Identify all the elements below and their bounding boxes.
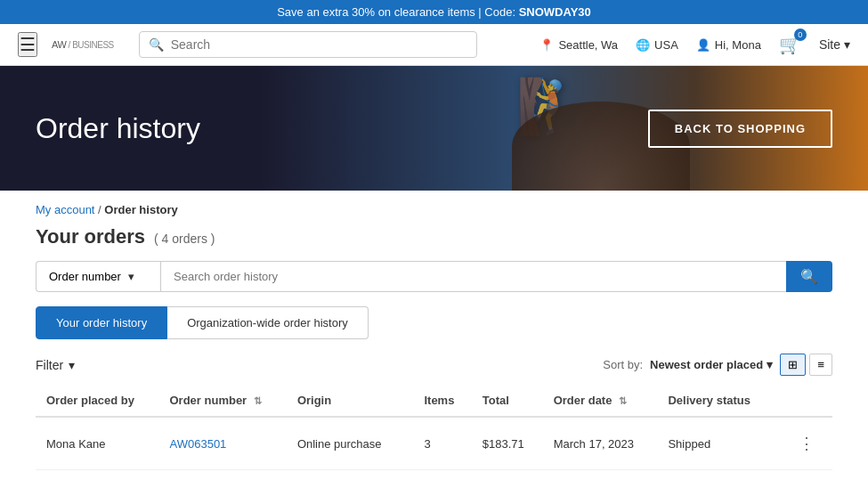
origin-cell: Northwind traders — [287, 470, 414, 489]
breadcrumb: My account / Order history — [0, 191, 868, 216]
grid-view-button[interactable]: ⊞ — [780, 354, 806, 376]
orders-count: ( 4 orders ) — [154, 232, 215, 246]
promo-text: Save an extra 30% on clearance items | C… — [277, 5, 518, 19]
logo-text: AW / BUSINESS — [52, 39, 114, 50]
col-order-date[interactable]: Order date ⇅ — [543, 385, 658, 417]
col-delivery-status: Delivery status — [657, 385, 774, 417]
location-icon: 📍 — [539, 38, 554, 52]
site-selector[interactable]: Site ▾ — [819, 37, 850, 52]
delivery-status-cell: Shipped — [657, 417, 774, 470]
total-cell: $282.09 — [472, 470, 543, 489]
hamburger-menu[interactable]: ☰ — [18, 32, 37, 57]
search-icon: 🔍 — [149, 37, 164, 52]
region-item[interactable]: 🌐 USA — [636, 38, 678, 52]
breadcrumb-my-account[interactable]: My account — [36, 203, 94, 216]
region-label: USA — [654, 38, 678, 52]
col-delivery-status-label: Delivery status — [668, 394, 750, 407]
col-items-label: Items — [424, 394, 454, 407]
sort-arrows-icon: ⇅ — [619, 395, 627, 406]
chevron-down-icon: ▾ — [767, 358, 773, 371]
promo-code: SNOWDAY30 — [519, 5, 591, 19]
promo-banner: Save an extra 30% on clearance items | C… — [0, 0, 868, 24]
orders-header: Your orders ( 4 orders ) — [36, 225, 832, 248]
page-title: Order history — [36, 112, 200, 145]
orders-table: Order placed by Order number ⇅ Origin It… — [36, 385, 832, 488]
items-cell: 7 — [413, 470, 471, 489]
user-label: Hi, Mona — [715, 38, 761, 52]
globe-icon: 🌐 — [636, 38, 650, 52]
breadcrumb-current: Order history — [104, 203, 177, 216]
col-order-number-label: Order number — [170, 394, 247, 407]
back-to-shopping-button[interactable]: BACK TO SHOPPING — [648, 110, 832, 148]
hero-section: Order history 🧗 BACK TO SHOPPING — [0, 66, 868, 191]
tab-organization-order-history[interactable]: Organization-wide order history — [167, 306, 369, 339]
placed-by-cell: Mona Kane — [36, 417, 159, 470]
chevron-down-icon: ▾ — [844, 37, 850, 52]
sort-value-text: Newest order placed — [650, 358, 763, 371]
row-actions-cell: ⋮ — [775, 417, 832, 470]
search-bar: 🔍 — [139, 31, 477, 58]
sort-section: Sort by: Newest order placed ▾ ⊞ ≡ — [603, 354, 832, 376]
col-origin: Origin — [287, 385, 414, 417]
cart-badge: 0 — [794, 28, 807, 41]
orders-title: Your orders — [36, 225, 145, 248]
sort-label: Sort by: — [603, 358, 643, 371]
order-number-cell: AW063501 — [159, 417, 287, 470]
col-actions — [775, 385, 832, 417]
row-actions-button[interactable]: ⋮ — [791, 483, 822, 488]
delivery-status-cell: Shipped — [657, 470, 774, 489]
main-content: Your orders ( 4 orders ) Order number Or… — [0, 216, 868, 488]
col-order-date-label: Order date — [554, 394, 612, 407]
tab-your-order-history[interactable]: Your order history — [36, 306, 167, 339]
cart-wrapper[interactable]: 🛒 0 — [779, 34, 801, 55]
order-date-cell: March 11, 2023 — [543, 470, 658, 489]
site-header: ☰ AW / BUSINESS 🔍 📍 Seattle, Wa 🌐 USA 👤 … — [0, 24, 868, 66]
history-search-input[interactable] — [160, 261, 786, 292]
col-total: Total — [472, 385, 543, 417]
order-number-link[interactable]: AW063501 — [170, 437, 227, 451]
table-row: Mona Kane AW063501 Online purchase 3 $18… — [36, 417, 832, 470]
sort-arrows-icon: ⇅ — [254, 395, 262, 406]
search-row: Order number Order date Total ▾ 🔍 — [36, 261, 832, 292]
filter-label: Filter — [36, 358, 63, 372]
col-origin-label: Origin — [297, 394, 331, 407]
chevron-down-icon: ▾ — [69, 358, 75, 372]
total-cell: $183.71 — [472, 417, 543, 470]
header-right: 📍 Seattle, Wa 🌐 USA 👤 Hi, Mona 🛒 0 Site … — [539, 34, 850, 55]
order-tabs: Your order history Organization-wide ord… — [36, 306, 832, 339]
location-label: Seattle, Wa — [558, 38, 618, 52]
site-label: Site — [819, 37, 840, 52]
filter-select[interactable]: Order number Order date Total — [49, 270, 121, 283]
breadcrumb-separator: / — [98, 203, 101, 216]
table-body: Mona Kane AW063501 Online purchase 3 $18… — [36, 417, 832, 488]
origin-cell: Online purchase — [287, 417, 414, 470]
search-input[interactable] — [171, 37, 467, 52]
view-toggles: ⊞ ≡ — [780, 354, 832, 376]
table-row: Mona kane AW382914 Northwind traders 7 $… — [36, 470, 832, 489]
user-item[interactable]: 👤 Hi, Mona — [696, 38, 761, 52]
order-date-cell: March 17, 2023 — [543, 417, 658, 470]
filter-sort-row: Filter ▾ Sort by: Newest order placed ▾ … — [36, 354, 832, 376]
col-placed-by: Order placed by — [36, 385, 159, 417]
list-view-button[interactable]: ≡ — [809, 354, 832, 376]
order-filter-dropdown[interactable]: Order number Order date Total ▾ — [36, 261, 160, 292]
order-number-cell: AW382914 — [159, 470, 287, 489]
col-total-label: Total — [483, 394, 509, 407]
col-items: Items — [413, 385, 471, 417]
row-actions-button[interactable]: ⋮ — [791, 430, 822, 457]
history-search-button[interactable]: 🔍 — [786, 261, 832, 292]
table-header: Order placed by Order number ⇅ Origin It… — [36, 385, 832, 417]
placed-by-cell: Mona kane — [36, 470, 159, 489]
user-icon: 👤 — [696, 38, 710, 52]
items-cell: 3 — [413, 417, 471, 470]
row-actions-cell: ⋮ — [775, 470, 832, 489]
chevron-down-icon: ▾ — [128, 270, 134, 283]
site-logo[interactable]: AW / BUSINESS — [52, 39, 114, 50]
filter-button[interactable]: Filter ▾ — [36, 358, 75, 372]
col-placed-by-label: Order placed by — [46, 394, 134, 407]
col-order-number[interactable]: Order number ⇅ — [159, 385, 287, 417]
location-item[interactable]: 📍 Seattle, Wa — [539, 38, 618, 52]
sort-value[interactable]: Newest order placed ▾ — [650, 358, 773, 371]
